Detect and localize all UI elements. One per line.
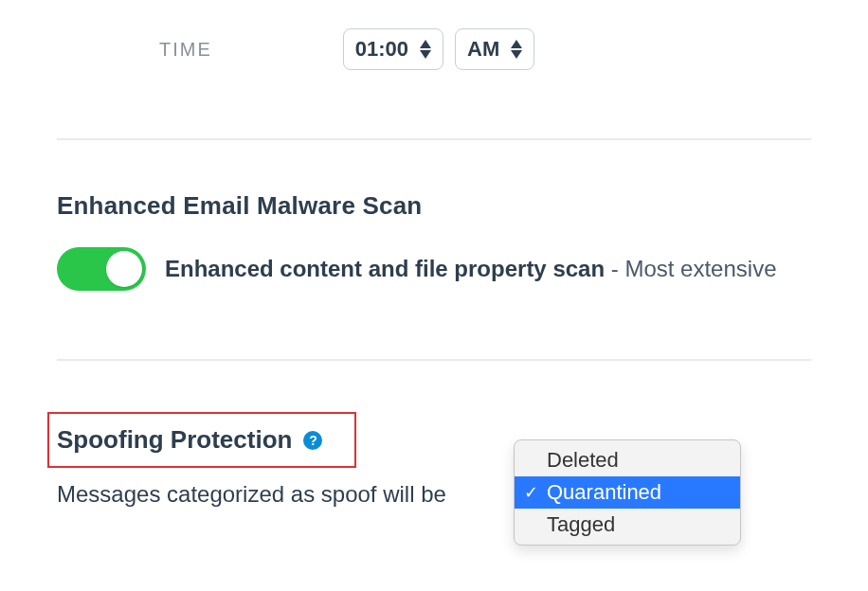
time-hour-value: 01:00 xyxy=(355,37,408,62)
check-icon: ✓ xyxy=(524,482,538,503)
section-divider xyxy=(57,359,811,361)
svg-marker-3 xyxy=(511,50,522,59)
dropdown-option-label: Quarantined xyxy=(547,480,661,504)
stepper-arrows-icon xyxy=(511,40,522,59)
enhanced-scan-light-text: - Most extensive xyxy=(605,256,776,281)
stepper-arrows-icon xyxy=(420,40,431,59)
enhanced-scan-description: Enhanced content and file property scan … xyxy=(165,256,777,282)
spoofing-section-title: Spoofing Protection xyxy=(57,425,292,455)
svg-marker-1 xyxy=(420,50,431,59)
dropdown-option-tagged[interactable]: Tagged xyxy=(515,509,740,541)
dropdown-option-deleted[interactable]: Deleted xyxy=(515,444,740,476)
enhanced-scan-bold-text: Enhanced content and file property scan xyxy=(165,256,605,281)
dropdown-option-quarantined[interactable]: ✓ Quarantined xyxy=(515,476,740,509)
toggle-knob xyxy=(106,251,142,287)
spoof-action-dropdown[interactable]: Deleted ✓ Quarantined Tagged xyxy=(514,439,741,546)
svg-marker-2 xyxy=(511,40,522,48)
malware-scan-section: Enhanced Email Malware Scan Enhanced con… xyxy=(57,191,811,291)
malware-section-title: Enhanced Email Malware Scan xyxy=(57,191,811,221)
time-meridiem-select[interactable]: AM xyxy=(455,28,534,70)
time-hour-select[interactable]: 01:00 xyxy=(343,28,443,70)
time-label: TIME xyxy=(159,39,212,61)
spoofing-title-highlight: Spoofing Protection ? xyxy=(47,412,356,468)
time-row: TIME 01:00 AM xyxy=(159,28,811,70)
help-icon[interactable]: ? xyxy=(303,431,322,450)
dropdown-option-label: Deleted xyxy=(547,448,619,472)
section-divider xyxy=(57,138,811,140)
dropdown-option-label: Tagged xyxy=(547,512,615,536)
time-meridiem-value: AM xyxy=(467,37,499,62)
enhanced-scan-toggle[interactable] xyxy=(57,247,146,291)
svg-marker-0 xyxy=(420,40,431,48)
